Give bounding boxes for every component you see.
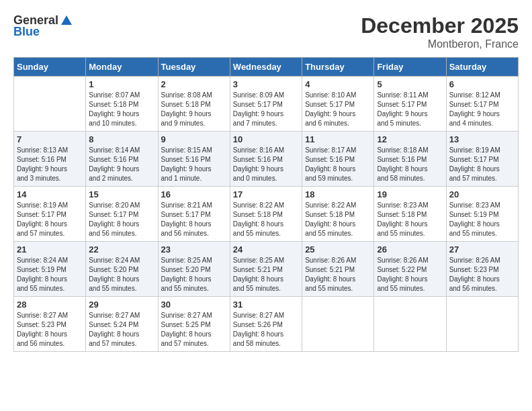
day-info: Sunrise: 8:21 AM Sunset: 5:17 PM Dayligh… [161, 201, 227, 238]
logo-icon [60, 14, 73, 28]
day-number: 6 [449, 79, 515, 89]
day-info: Sunrise: 8:23 AM Sunset: 5:18 PM Dayligh… [377, 201, 443, 238]
day-info: Sunrise: 8:14 AM Sunset: 5:16 PM Dayligh… [89, 146, 154, 183]
calendar-cell: 30Sunrise: 8:27 AM Sunset: 5:25 PM Dayli… [158, 297, 230, 352]
day-info: Sunrise: 8:24 AM Sunset: 5:19 PM Dayligh… [17, 256, 83, 293]
day-number: 5 [377, 79, 443, 89]
calendar-cell: 31Sunrise: 8:27 AM Sunset: 5:26 PM Dayli… [230, 297, 302, 352]
day-number: 13 [449, 134, 515, 144]
day-info: Sunrise: 8:20 AM Sunset: 5:17 PM Dayligh… [89, 201, 154, 238]
day-number: 2 [161, 79, 227, 89]
calendar-cell [302, 297, 374, 352]
day-info: Sunrise: 8:27 AM Sunset: 5:24 PM Dayligh… [89, 311, 154, 349]
day-number: 25 [305, 244, 371, 255]
calendar-cell: 18Sunrise: 8:22 AM Sunset: 5:18 PM Dayli… [302, 187, 374, 242]
calendar-cell: 21Sunrise: 8:24 AM Sunset: 5:19 PM Dayli… [14, 242, 86, 297]
day-number: 1 [89, 79, 154, 89]
day-number: 9 [161, 134, 227, 144]
day-number: 19 [377, 189, 443, 199]
calendar-cell: 9Sunrise: 8:15 AM Sunset: 5:16 PM Daylig… [158, 132, 230, 187]
calendar-cell: 7Sunrise: 8:13 AM Sunset: 5:16 PM Daylig… [14, 132, 86, 187]
calendar-table: SundayMondayTuesdayWednesdayThursdayFrid… [13, 57, 519, 352]
calendar-cell [14, 77, 86, 132]
day-number: 14 [17, 189, 83, 199]
calendar-cell: 1Sunrise: 8:07 AM Sunset: 5:18 PM Daylig… [86, 77, 158, 132]
day-number: 26 [377, 244, 443, 255]
calendar-cell: 15Sunrise: 8:20 AM Sunset: 5:17 PM Dayli… [86, 187, 158, 242]
day-info: Sunrise: 8:13 AM Sunset: 5:16 PM Dayligh… [17, 146, 83, 183]
day-info: Sunrise: 8:22 AM Sunset: 5:18 PM Dayligh… [305, 201, 371, 238]
day-of-week-header: Thursday [302, 58, 374, 77]
calendar-cell: 10Sunrise: 8:16 AM Sunset: 5:16 PM Dayli… [230, 132, 302, 187]
calendar-cell: 17Sunrise: 8:22 AM Sunset: 5:18 PM Dayli… [230, 187, 302, 242]
svg-marker-0 [61, 15, 72, 25]
calendar-cell: 16Sunrise: 8:21 AM Sunset: 5:17 PM Dayli… [158, 187, 230, 242]
calendar-cell: 3Sunrise: 8:09 AM Sunset: 5:17 PM Daylig… [230, 77, 302, 132]
day-info: Sunrise: 8:24 AM Sunset: 5:20 PM Dayligh… [89, 256, 154, 293]
day-number: 30 [161, 300, 227, 310]
day-info: Sunrise: 8:07 AM Sunset: 5:18 PM Dayligh… [89, 91, 154, 128]
day-number: 18 [305, 189, 371, 199]
day-info: Sunrise: 8:25 AM Sunset: 5:21 PM Dayligh… [233, 256, 299, 293]
calendar-cell: 28Sunrise: 8:27 AM Sunset: 5:23 PM Dayli… [14, 297, 86, 352]
calendar-cell: 4Sunrise: 8:10 AM Sunset: 5:17 PM Daylig… [302, 77, 374, 132]
calendar-cell: 20Sunrise: 8:23 AM Sunset: 5:19 PM Dayli… [446, 187, 518, 242]
calendar-cell: 22Sunrise: 8:24 AM Sunset: 5:20 PM Dayli… [86, 242, 158, 297]
logo-blue-text: Blue [13, 25, 40, 39]
calendar-header-row: SundayMondayTuesdayWednesdayThursdayFrid… [14, 58, 519, 77]
calendar-cell: 6Sunrise: 8:12 AM Sunset: 5:17 PM Daylig… [446, 77, 518, 132]
day-number: 7 [17, 134, 83, 144]
day-info: Sunrise: 8:26 AM Sunset: 5:21 PM Dayligh… [305, 256, 371, 293]
day-info: Sunrise: 8:10 AM Sunset: 5:17 PM Dayligh… [305, 91, 371, 128]
day-number: 20 [449, 189, 515, 199]
day-info: Sunrise: 8:08 AM Sunset: 5:18 PM Dayligh… [161, 91, 227, 128]
day-number: 21 [17, 244, 83, 255]
day-info: Sunrise: 8:27 AM Sunset: 5:26 PM Dayligh… [233, 311, 299, 349]
day-info: Sunrise: 8:15 AM Sunset: 5:16 PM Dayligh… [161, 146, 227, 183]
calendar-cell: 24Sunrise: 8:25 AM Sunset: 5:21 PM Dayli… [230, 242, 302, 297]
day-number: 29 [89, 300, 154, 310]
day-info: Sunrise: 8:27 AM Sunset: 5:25 PM Dayligh… [161, 311, 227, 349]
day-number: 11 [305, 134, 371, 144]
calendar-week-row: 1Sunrise: 8:07 AM Sunset: 5:18 PM Daylig… [14, 77, 519, 132]
calendar-week-row: 14Sunrise: 8:19 AM Sunset: 5:17 PM Dayli… [14, 187, 519, 242]
day-info: Sunrise: 8:17 AM Sunset: 5:16 PM Dayligh… [305, 146, 371, 183]
day-number: 12 [377, 134, 443, 144]
calendar-week-row: 21Sunrise: 8:24 AM Sunset: 5:19 PM Dayli… [14, 242, 519, 297]
day-number: 8 [89, 134, 154, 144]
day-of-week-header: Saturday [446, 58, 518, 77]
day-info: Sunrise: 8:19 AM Sunset: 5:17 PM Dayligh… [449, 146, 515, 183]
day-number: 31 [233, 300, 299, 310]
day-of-week-header: Monday [86, 58, 158, 77]
day-number: 4 [305, 79, 371, 89]
calendar-week-row: 7Sunrise: 8:13 AM Sunset: 5:16 PM Daylig… [14, 132, 519, 187]
day-number: 23 [161, 244, 227, 255]
calendar-cell [374, 297, 446, 352]
day-number: 22 [89, 244, 154, 255]
day-number: 3 [233, 79, 299, 89]
day-info: Sunrise: 8:26 AM Sunset: 5:22 PM Dayligh… [377, 256, 443, 293]
day-info: Sunrise: 8:22 AM Sunset: 5:18 PM Dayligh… [233, 201, 299, 238]
title-section: December 2025 Montberon, France [361, 13, 519, 50]
day-number: 10 [233, 134, 299, 144]
calendar-cell: 19Sunrise: 8:23 AM Sunset: 5:18 PM Dayli… [374, 187, 446, 242]
day-of-week-header: Sunday [14, 58, 86, 77]
day-number: 15 [89, 189, 154, 199]
day-info: Sunrise: 8:27 AM Sunset: 5:23 PM Dayligh… [17, 311, 83, 349]
day-of-week-header: Tuesday [158, 58, 230, 77]
calendar-cell: 8Sunrise: 8:14 AM Sunset: 5:16 PM Daylig… [86, 132, 158, 187]
day-info: Sunrise: 8:23 AM Sunset: 5:19 PM Dayligh… [449, 201, 515, 238]
logo: General Blue [13, 13, 73, 39]
day-number: 17 [233, 189, 299, 199]
calendar-cell: 29Sunrise: 8:27 AM Sunset: 5:24 PM Dayli… [86, 297, 158, 352]
day-info: Sunrise: 8:12 AM Sunset: 5:17 PM Dayligh… [449, 91, 515, 128]
calendar-week-row: 28Sunrise: 8:27 AM Sunset: 5:23 PM Dayli… [14, 297, 519, 352]
calendar-cell: 2Sunrise: 8:08 AM Sunset: 5:18 PM Daylig… [158, 77, 230, 132]
day-info: Sunrise: 8:26 AM Sunset: 5:23 PM Dayligh… [449, 256, 515, 293]
calendar-cell: 23Sunrise: 8:25 AM Sunset: 5:20 PM Dayli… [158, 242, 230, 297]
day-number: 27 [449, 244, 515, 255]
calendar-cell: 26Sunrise: 8:26 AM Sunset: 5:22 PM Dayli… [374, 242, 446, 297]
day-number: 16 [161, 189, 227, 199]
day-number: 24 [233, 244, 299, 255]
calendar-cell: 27Sunrise: 8:26 AM Sunset: 5:23 PM Dayli… [446, 242, 518, 297]
